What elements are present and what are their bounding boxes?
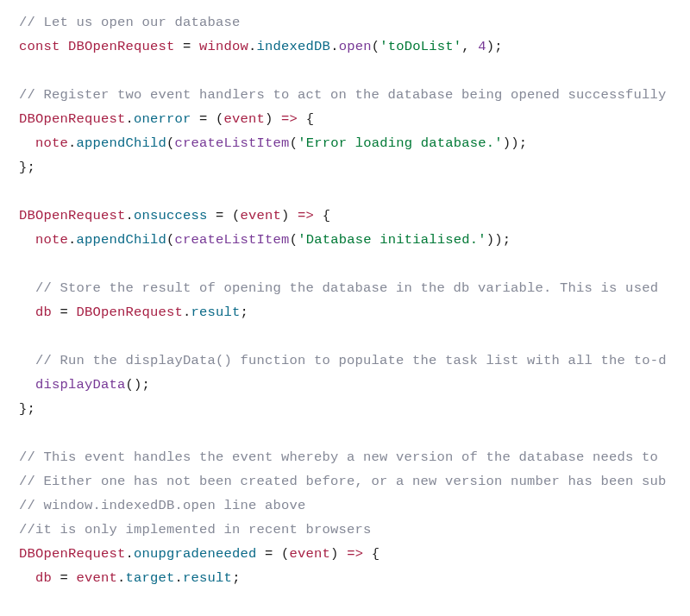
code-token-id: event (77, 570, 118, 586)
code-token-p: }; (19, 401, 35, 417)
code-token-p: = ( (191, 111, 224, 127)
code-token-id: note (35, 232, 68, 248)
code-token-c: // Let us open our database (19, 15, 241, 30)
code-token-c: // Run the displayData() function to pop… (35, 353, 667, 368)
code-token-c: // Store the result of opening the datab… (35, 280, 658, 296)
code-token-pr: indexedDB (257, 39, 331, 54)
code-token-kw: => (347, 546, 363, 562)
code-token-id: db (35, 570, 52, 586)
code-token-fn: open (339, 39, 372, 54)
code-token-p: ( (166, 232, 175, 248)
code-token-c: // This event handles the event whereby … (19, 449, 658, 465)
code-token-p: ) (281, 208, 298, 223)
code-token-fn: createListItem (175, 232, 290, 248)
code-token-kw: const (19, 39, 60, 54)
code-token-c: // Register two event handlers to act on… (19, 87, 667, 103)
code-token-p: . (330, 39, 339, 54)
code-token-s: 'Error loading database.' (298, 135, 503, 151)
code-token-p: ) (265, 111, 281, 127)
code-token-pr: target (126, 570, 175, 586)
code-token-p: . (175, 570, 184, 586)
code-token-p (19, 232, 35, 248)
code-token-id: DBOpenRequest (68, 39, 175, 54)
code-token-p: . (126, 546, 135, 562)
code-token-p: ) (330, 546, 347, 562)
code-token-p: . (126, 208, 135, 223)
code-token-id: note (35, 135, 68, 151)
code-token-c: // Either one has not been created befor… (19, 474, 667, 489)
code-token-p: }; (19, 160, 35, 175)
code-token-p: = (175, 39, 200, 54)
code-token-p: = (52, 305, 77, 320)
code-token-p: ( (290, 232, 298, 248)
code-token-pr: onerror (134, 111, 191, 127)
code-token-pr: onsuccess (134, 208, 208, 223)
code-token-id: event (290, 546, 331, 562)
code-token-p (19, 570, 35, 586)
code-token-n: 4 (478, 39, 486, 54)
code-token-id: DBOpenRequest (19, 546, 126, 562)
code-token-pr: appendChild (77, 232, 167, 248)
code-token-id: DBOpenRequest (77, 305, 184, 320)
code-token-p: { (298, 111, 314, 127)
code-token-kw: => (298, 208, 314, 223)
code-token-pr: result (191, 305, 241, 320)
code-token-p: { (314, 208, 330, 223)
code-token-fn: createListItem (175, 135, 290, 151)
code-token-p (19, 377, 35, 393)
code-token-p (19, 280, 35, 296)
code-token-p: , (461, 39, 478, 54)
code-token-p (19, 135, 35, 151)
code-token-p (19, 353, 35, 368)
code-token-p: ); (486, 39, 503, 54)
code-token-id: DBOpenRequest (19, 111, 126, 127)
code-token-p: = ( (208, 208, 241, 223)
code-token-p: . (183, 305, 191, 320)
code-token-p: (); (126, 377, 151, 393)
code-token-p: . (248, 39, 257, 54)
code-token-id: event (241, 208, 282, 223)
code-token-pr: appendChild (77, 135, 167, 151)
code-token-p: ( (166, 135, 175, 151)
code-token-c: //it is only implemented in recent brows… (19, 522, 372, 537)
code-token-p: . (117, 570, 126, 586)
code-token-p: . (126, 111, 135, 127)
code-token-s: 'Database initialised.' (298, 232, 486, 248)
code-token-p (19, 305, 35, 320)
code-token-id: event (224, 111, 266, 127)
code-token-p: ( (372, 39, 380, 54)
code-token-pr: onupgradeneeded (134, 546, 257, 562)
code-token-p: )); (486, 232, 511, 248)
code-token-p: = (52, 570, 77, 586)
code-token-p (60, 39, 69, 54)
code-token-id: DBOpenRequest (19, 208, 126, 223)
code-token-p: { (363, 546, 380, 562)
code-token-p: )); (503, 135, 528, 151)
code-token-c: // window.indexedDB.open line above (19, 498, 306, 513)
code-token-kw: => (281, 111, 298, 127)
code-token-pr: result (183, 570, 232, 586)
code-token-id: db (35, 305, 52, 320)
code-block: // Let us open our database const DBOpen… (0, 0, 690, 616)
code-token-p: . (68, 232, 77, 248)
code-token-p: . (68, 135, 77, 151)
code-token-p: ( (290, 135, 298, 151)
code-token-p: = ( (257, 546, 290, 562)
code-token-p: ; (241, 305, 249, 320)
code-token-s: 'toDoList' (380, 39, 461, 54)
code-token-p: ; (232, 570, 241, 586)
code-token-id: window (199, 39, 248, 54)
code-token-fn: displayData (35, 377, 126, 393)
